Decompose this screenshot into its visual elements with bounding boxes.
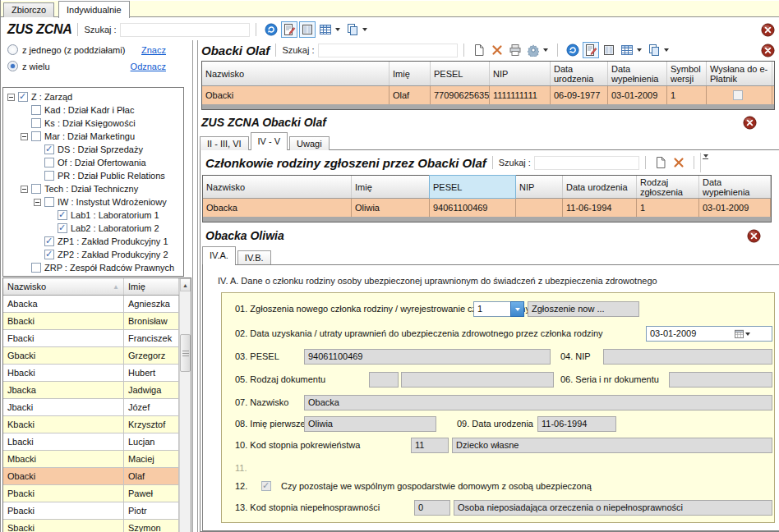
column-header[interactable]: Imię (390, 62, 431, 85)
tree-item[interactable]: ZP2 : Zakład Produkcyjny 2 (3, 248, 183, 261)
person-row[interactable]: JbackaJadwiga (3, 382, 179, 399)
column-header[interactable]: Wysłana do e-Płatnik (707, 62, 772, 85)
person-row[interactable]: HbackiHubert (3, 365, 179, 382)
tree-checkbox[interactable] (31, 105, 41, 115)
close-icon[interactable] (761, 23, 775, 37)
tree-checkbox[interactable] (44, 171, 54, 181)
radio-multi[interactable] (7, 61, 18, 71)
unmark-link[interactable]: Odznacz (131, 62, 166, 71)
person-row-selected[interactable]: ObackiOlaf (3, 468, 179, 485)
tab-iv-v[interactable]: IV - V (251, 132, 288, 150)
field-02-date[interactable]: 03-01-2009 (646, 326, 772, 342)
field-10-code[interactable]: 11 (411, 438, 449, 453)
scrollbar-thumb[interactable] (180, 334, 191, 372)
new-document-icon[interactable] (652, 154, 669, 171)
field-03-pesel[interactable]: 94061100469 (304, 349, 551, 365)
copy-dropdown-icon[interactable] (664, 48, 669, 52)
column-header[interactable]: Data wypełnienia (699, 176, 771, 198)
tree-collapse-icon[interactable] (21, 186, 28, 193)
field-05-code[interactable] (369, 372, 399, 388)
person-row[interactable]: GbackiGrzegorz (3, 347, 179, 365)
person-row[interactable]: JbackiJózef (3, 399, 179, 416)
tree-item[interactable]: Kad : Dział Kadr i Płac (3, 103, 183, 117)
tree-checkbox[interactable] (31, 263, 41, 273)
tree-checkbox[interactable] (44, 250, 54, 259)
column-header[interactable]: Data urodzenia (563, 176, 637, 198)
family-search-input[interactable] (534, 156, 639, 170)
tree-item[interactable]: Z : Zarząd (3, 90, 183, 103)
insured-row-selected[interactable]: Obacki Olaf 77090625635 1111111111 06-09… (202, 86, 774, 104)
column-header[interactable]: Nazwisko (202, 62, 390, 85)
refresh-icon[interactable] (263, 21, 279, 38)
refresh-icon[interactable] (565, 42, 581, 58)
tree-item[interactable]: Lab1 : Laboratorium 1 (3, 209, 183, 222)
field-06-value[interactable] (669, 372, 772, 388)
person-row[interactable]: FbackiFranciszek (3, 330, 179, 347)
tree-item[interactable]: ZRP : Zespół Radców Prawnych (3, 261, 183, 274)
field-09-birthdate[interactable]: 11-06-1994 (537, 416, 616, 432)
copy-icon[interactable] (646, 42, 662, 58)
new-document-icon[interactable] (471, 42, 487, 58)
field-13-code[interactable]: 0 (414, 500, 450, 516)
tree-item[interactable]: Lab2 : Laboratorium 2 (3, 222, 183, 235)
tree-checkbox[interactable] (44, 197, 54, 207)
family-row-selected[interactable]: Obacka Oliwia 94061100469 11-06-1994 1 0… (203, 199, 771, 217)
column-header[interactable]: Data wypełnienia (608, 62, 667, 85)
close-icon[interactable] (761, 44, 775, 57)
scroll-up-icon[interactable]: ▲ (180, 278, 191, 291)
list-scrollbar[interactable] (700, 153, 711, 172)
column-header[interactable]: Nazwisko (203, 176, 352, 198)
tab-ii-iii-vi[interactable]: II - III, VI (200, 136, 249, 150)
field-08-firstname[interactable]: Oliwia (304, 416, 436, 432)
scroll-down-icon[interactable] (703, 154, 708, 158)
mark-link[interactable]: Znacz (141, 45, 166, 55)
column-header[interactable]: NIP (516, 176, 563, 198)
tree-item[interactable]: Of : Dział Ofertowania (3, 156, 183, 169)
form-view-icon[interactable] (583, 42, 599, 58)
grid-view-dropdown-icon[interactable] (335, 28, 340, 31)
grid-view-dropdown-icon[interactable] (637, 48, 642, 52)
column-header[interactable]: PESEL (431, 62, 490, 85)
tree-checkbox[interactable] (58, 223, 67, 233)
tree-checkbox[interactable] (31, 184, 41, 194)
tab-iv-b[interactable]: IV.B. (237, 250, 271, 264)
tree-checkbox[interactable] (58, 210, 67, 220)
date-picker-icon[interactable] (733, 327, 751, 341)
person-row[interactable]: SbackiSzymon (3, 520, 179, 532)
tree-item[interactable]: Mar : Dział Marketingu (3, 130, 183, 143)
tree-item[interactable]: DS : Dział Sprzedaży (3, 143, 183, 156)
person-row[interactable]: KbackiKrzysztof (3, 416, 179, 433)
tree-item[interactable]: IW : Instystut Wdrożeniowy (3, 195, 183, 209)
delete-icon[interactable] (489, 42, 505, 58)
person-row[interactable]: PbackiPaweł (3, 485, 179, 502)
tree-item[interactable]: PR : Dział Public Relations (3, 169, 183, 182)
field-12-checkbox[interactable] (261, 481, 271, 491)
tree-collapse-icon[interactable] (34, 199, 41, 206)
field-01-combo[interactable]: 1 (473, 301, 511, 317)
tab-zbiorczo[interactable]: Zbiorczo (3, 2, 54, 17)
insured-search-input[interactable] (318, 44, 458, 57)
person-row[interactable]: AbackaAgnieszka (3, 296, 179, 313)
vertical-scrollbar[interactable]: ▲ (179, 278, 191, 532)
copy-dropdown-icon[interactable] (362, 28, 367, 31)
pane-splitter[interactable] (192, 40, 198, 532)
tree-checkbox[interactable] (31, 131, 41, 141)
tab-iv-a[interactable]: IV.A. (202, 246, 236, 264)
grid-view-icon[interactable] (317, 21, 334, 38)
combo-dropdown-icon[interactable] (510, 301, 524, 317)
print-icon[interactable] (507, 42, 523, 58)
column-header-highlighted[interactable]: PESEL (429, 175, 516, 199)
column-header-imie[interactable]: Imię (124, 278, 179, 295)
tree-checkbox[interactable] (44, 236, 54, 246)
column-header-nazwisko[interactable]: Nazwisko▲ (3, 278, 124, 295)
column-header[interactable]: NIP (490, 62, 551, 85)
form-view-icon[interactable] (281, 21, 297, 38)
columns-view-icon[interactable] (299, 21, 316, 38)
column-header[interactable]: Imię (352, 176, 430, 198)
tree-checkbox[interactable] (44, 158, 54, 167)
settings-gear-icon[interactable] (525, 42, 542, 58)
column-header[interactable]: Symbol wersji (667, 62, 707, 85)
tab-uwagi[interactable]: Uwagi (289, 136, 330, 150)
column-header[interactable]: Data urodzenia (551, 62, 608, 85)
close-icon[interactable] (747, 229, 761, 243)
